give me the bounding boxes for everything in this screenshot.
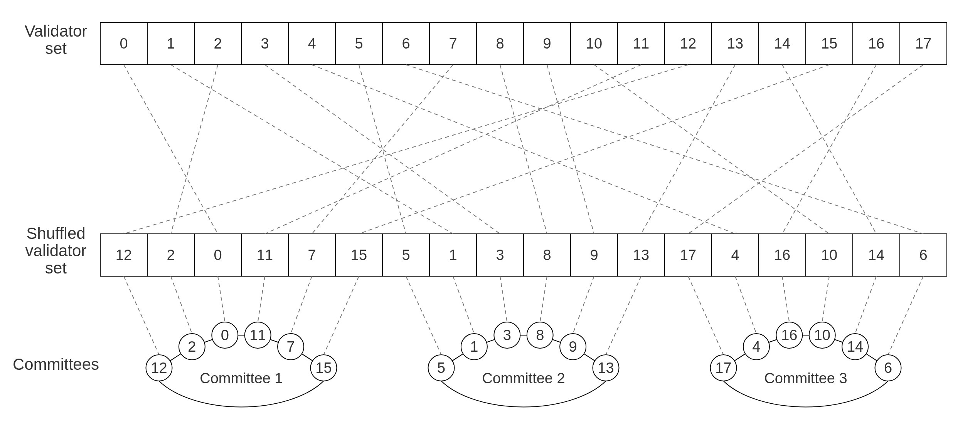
committee-assign-line bbox=[453, 276, 474, 334]
committee-assign-line bbox=[540, 276, 547, 322]
label-validator-set-line2: set bbox=[45, 39, 67, 57]
shuffled-cell-value: 0 bbox=[214, 247, 222, 263]
shuffle-line bbox=[359, 65, 406, 234]
validator-cell-value: 2 bbox=[214, 35, 222, 52]
validator-cell-value: 10 bbox=[586, 35, 602, 52]
shuffled-cell-value: 7 bbox=[308, 247, 316, 263]
committee-member-value: 2 bbox=[188, 339, 196, 355]
committee: 122011715Committee 1 bbox=[124, 276, 359, 407]
shuffled-cell-value: 2 bbox=[167, 247, 175, 263]
committee-link bbox=[552, 339, 561, 342]
committee-member-value: 1 bbox=[470, 339, 478, 355]
committee-assign-line bbox=[888, 276, 924, 355]
committee-link bbox=[487, 339, 495, 342]
shuffled-cell-value: 11 bbox=[257, 247, 273, 263]
validator-cell-value: 0 bbox=[120, 35, 128, 52]
committee-assign-line bbox=[406, 276, 441, 355]
committee-assign-line bbox=[171, 276, 192, 334]
validator-cell-value: 3 bbox=[261, 35, 269, 52]
committee: 1741610146Committee 3 bbox=[688, 276, 923, 407]
committee-member-value: 12 bbox=[151, 360, 167, 376]
committee-link bbox=[866, 354, 877, 361]
committee-member-value: 11 bbox=[250, 327, 266, 343]
committee-assign-line bbox=[324, 276, 359, 355]
validator-set-row: 01234567891011121314151617 bbox=[100, 22, 947, 65]
committee-member-value: 3 bbox=[503, 327, 511, 343]
committee-member-value: 15 bbox=[315, 360, 332, 376]
committee-member-value: 16 bbox=[781, 327, 797, 343]
shuffle-line bbox=[359, 65, 829, 234]
committee-link bbox=[584, 354, 595, 361]
label-shuffled-line1: Shuffled bbox=[26, 224, 85, 242]
shuffled-cell-value: 10 bbox=[821, 247, 837, 263]
shuffled-cell-value: 9 bbox=[590, 247, 598, 263]
shuffle-line bbox=[124, 65, 688, 234]
committee-member-value: 0 bbox=[221, 327, 229, 343]
committee-member-value: 17 bbox=[715, 360, 731, 376]
committee-assign-line bbox=[735, 276, 756, 334]
committee-link bbox=[452, 354, 463, 361]
committee-member-value: 9 bbox=[569, 339, 577, 355]
validator-cell-value: 16 bbox=[868, 35, 884, 52]
committee-assign-line bbox=[688, 276, 724, 355]
committee-member-value: 13 bbox=[598, 360, 614, 376]
label-shuffled-line3: set bbox=[45, 259, 67, 277]
shuffle-line bbox=[171, 65, 453, 234]
validator-cell-value: 15 bbox=[821, 35, 837, 52]
shuffle-line bbox=[406, 65, 923, 234]
shuffle-line bbox=[500, 65, 547, 234]
committee: 5138913Committee 2 bbox=[406, 276, 641, 407]
shuffled-set-row: 12201171551389131741610146 bbox=[100, 234, 947, 276]
committee-assign-line bbox=[855, 276, 876, 334]
shuffled-cell-value: 15 bbox=[351, 247, 367, 263]
committee-assign-line bbox=[500, 276, 507, 322]
shuffled-cell-value: 16 bbox=[774, 247, 790, 263]
committee-assign-line bbox=[606, 276, 642, 355]
committee-label: Committee 3 bbox=[764, 370, 847, 386]
shuffle-line bbox=[688, 65, 923, 234]
validator-cell-value: 14 bbox=[774, 35, 790, 52]
committee-member-value: 7 bbox=[287, 339, 295, 355]
committee-assign-line bbox=[218, 276, 225, 322]
shuffle-mapping-lines bbox=[124, 65, 923, 234]
shuffle-line bbox=[124, 65, 218, 234]
committee-member-value: 4 bbox=[752, 339, 760, 355]
shuffle-line bbox=[594, 65, 829, 234]
committee-label: Committee 1 bbox=[200, 370, 283, 386]
validator-cell-value: 17 bbox=[915, 35, 931, 52]
committee-assign-line bbox=[124, 276, 159, 355]
committee-member-value: 6 bbox=[884, 360, 892, 376]
committee-assign-line bbox=[291, 276, 312, 334]
validator-cell-value: 4 bbox=[308, 35, 316, 52]
validator-cell-value: 13 bbox=[727, 35, 743, 52]
shuffle-line bbox=[265, 65, 500, 234]
shuffled-cell-value: 13 bbox=[633, 247, 649, 263]
committee-assign-line bbox=[822, 276, 829, 322]
validator-cell-value: 11 bbox=[633, 35, 649, 52]
validator-cell-value: 12 bbox=[680, 35, 696, 52]
committee-link bbox=[734, 354, 745, 361]
committee-assign-line bbox=[258, 276, 265, 322]
committee-label: Committee 2 bbox=[482, 370, 565, 386]
committee-link bbox=[835, 339, 843, 342]
shuffle-line bbox=[547, 65, 594, 234]
shuffle-line bbox=[641, 65, 735, 234]
committee-member-value: 8 bbox=[536, 327, 544, 343]
validator-cell-value: 6 bbox=[402, 35, 410, 52]
committee-assign-line bbox=[573, 276, 594, 334]
committee-member-value: 5 bbox=[437, 360, 445, 376]
shuffled-cell-value: 17 bbox=[680, 247, 696, 263]
shuffle-line bbox=[312, 65, 735, 234]
label-shuffled-line2: validator bbox=[25, 242, 87, 260]
validator-shuffling-diagram: Validator set Shuffled validator set Com… bbox=[0, 0, 980, 443]
shuffled-cell-value: 1 bbox=[449, 247, 457, 263]
shuffle-line bbox=[171, 65, 218, 234]
committee-link bbox=[204, 339, 212, 342]
committee-member-value: 14 bbox=[847, 339, 863, 355]
shuffled-cell-value: 6 bbox=[919, 247, 927, 263]
validator-cell-value: 8 bbox=[496, 35, 504, 52]
shuffled-cell-value: 12 bbox=[116, 247, 132, 263]
committee-link bbox=[302, 354, 313, 361]
shuffled-cell-value: 4 bbox=[731, 247, 739, 263]
committee-assign-line bbox=[782, 276, 789, 322]
